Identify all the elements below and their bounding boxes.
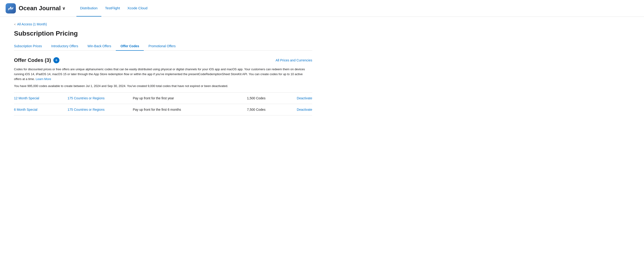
- offer-row: 12 Month Special 175 Countries or Region…: [14, 92, 312, 104]
- offer-regions-1[interactable]: 175 Countries or Regions: [68, 108, 133, 112]
- page-title: Subscription Pricing: [14, 30, 312, 37]
- deactivate-button-1[interactable]: Deactivate: [284, 108, 312, 112]
- description-text: Codes for discounted prices or free offe…: [14, 67, 305, 81]
- main-content: < All Access (1 Month) Subscription Pric…: [0, 17, 326, 125]
- offer-row: 6 Month Special 175 Countries or Regions…: [14, 104, 312, 115]
- svg-point-0: [10, 7, 12, 8]
- sub-nav: Subscription Prices Introductory Offers …: [14, 42, 312, 51]
- top-nav: Ocean Journal ∨ Distribution TestFlight …: [0, 0, 644, 17]
- app-name[interactable]: Ocean Journal ∨: [19, 5, 65, 12]
- app-identity: Ocean Journal ∨: [6, 3, 65, 13]
- tab-offer-codes[interactable]: Offer Codes: [116, 42, 144, 51]
- app-icon: [6, 3, 16, 13]
- learn-more-link[interactable]: Learn More: [36, 77, 51, 81]
- offer-codes-0: 1,500 Codes: [247, 96, 284, 100]
- tab-introductory-offers[interactable]: Introductory Offers: [46, 42, 83, 51]
- offer-description-0: Pay up front for the first year: [133, 96, 247, 100]
- availability-text: You have 995,000 codes available to crea…: [14, 84, 312, 88]
- add-offer-code-button[interactable]: +: [53, 57, 60, 63]
- section-title-text: Offer Codes (3): [14, 57, 51, 63]
- app-name-chevron-icon: ∨: [62, 6, 65, 11]
- offer-codes-description: Codes for discounted prices or free offe…: [14, 67, 305, 81]
- offer-description-1: Pay up front for the first 6 months: [133, 108, 247, 112]
- offer-regions-0[interactable]: 175 Countries or Regions: [68, 96, 133, 100]
- nav-tab-testflight[interactable]: TestFlight: [101, 0, 124, 16]
- tab-subscription-prices[interactable]: Subscription Prices: [14, 42, 46, 51]
- all-prices-link[interactable]: All Prices and Currencies: [276, 58, 312, 62]
- main-nav-tabs: Distribution TestFlight Xcode Cloud: [76, 0, 151, 16]
- nav-tab-xcode-cloud[interactable]: Xcode Cloud: [124, 0, 151, 16]
- tab-win-back-offers[interactable]: Win-Back Offers: [83, 42, 116, 51]
- breadcrumb[interactable]: < All Access (1 Month): [14, 22, 312, 26]
- offer-name-0[interactable]: 12 Month Special: [14, 96, 68, 100]
- app-name-text: Ocean Journal: [19, 5, 61, 12]
- section-header: Offer Codes (3) + All Prices and Currenc…: [14, 57, 312, 63]
- offer-name-1[interactable]: 6 Month Special: [14, 108, 68, 112]
- offer-codes-1: 7,500 Codes: [247, 108, 284, 112]
- breadcrumb-label[interactable]: All Access (1 Month): [17, 22, 47, 26]
- tab-promotional-offers[interactable]: Promotional Offers: [144, 42, 180, 51]
- nav-tab-distribution[interactable]: Distribution: [76, 0, 101, 16]
- breadcrumb-chevron-icon: <: [14, 22, 16, 26]
- deactivate-button-0[interactable]: Deactivate: [284, 96, 312, 100]
- section-title: Offer Codes (3) +: [14, 57, 60, 63]
